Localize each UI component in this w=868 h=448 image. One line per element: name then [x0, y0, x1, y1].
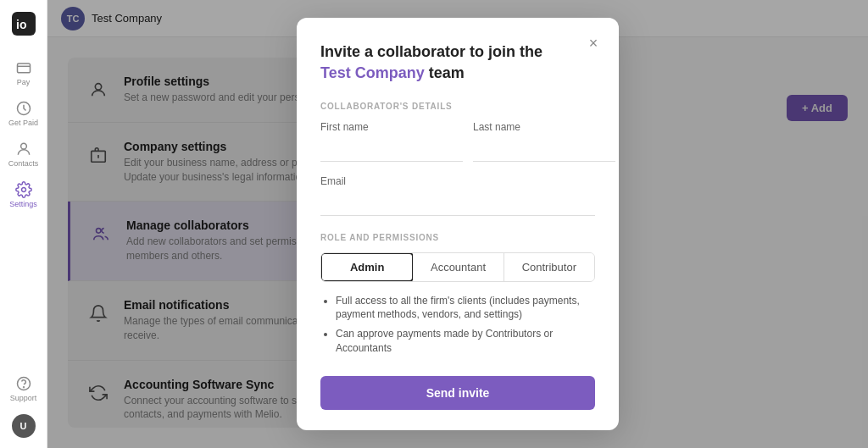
sidebar-item-get-paid[interactable]: Get Paid — [3, 95, 44, 132]
svg-text:io: io — [16, 18, 26, 31]
svg-rect-2 — [17, 64, 30, 73]
email-label: Email — [320, 175, 595, 187]
svg-point-6 — [21, 188, 25, 192]
role-buttons-group: Admin Accountant Contributor — [320, 252, 595, 282]
last-name-field: Last name — [473, 121, 615, 162]
role-contributor-button[interactable]: Contributor — [504, 253, 594, 281]
svg-point-8 — [23, 387, 24, 388]
role-admin-button[interactable]: Admin — [320, 252, 414, 282]
sidebar-item-settings[interactable]: Settings — [3, 176, 44, 213]
permission-item-0: Full access to all the firm's clients (i… — [336, 294, 595, 323]
invite-collaborator-modal: × Invite a collaborator to join the Test… — [297, 18, 619, 430]
last-name-label: Last name — [473, 121, 615, 133]
svg-point-5 — [20, 143, 26, 149]
role-accountant-button[interactable]: Accountant — [413, 253, 504, 281]
email-input[interactable] — [320, 192, 595, 216]
name-row: First name Last name — [320, 121, 595, 162]
last-name-input[interactable] — [473, 138, 615, 162]
sidebar-item-pay[interactable]: Pay — [3, 54, 44, 91]
email-row: Email — [320, 175, 595, 216]
sidebar: io Pay Get Paid Contacts Settings — [0, 0, 47, 448]
sidebar-bottom: Support U — [3, 370, 44, 448]
permission-item-1: Can approve payments made by Contributor… — [336, 327, 595, 356]
sidebar-item-support[interactable]: Support — [3, 370, 44, 407]
modal-overlay: × Invite a collaborator to join the Test… — [47, 0, 868, 448]
send-invite-button[interactable]: Send invite — [320, 376, 595, 410]
sidebar-item-contacts[interactable]: Contacts — [3, 136, 44, 173]
first-name-input[interactable] — [320, 138, 463, 162]
modal-title: Invite a collaborator to join the Test C… — [320, 41, 595, 84]
app-logo: io — [10, 10, 37, 37]
collaborator-details-header: COLLABORATOR'S DETAILS — [320, 102, 595, 111]
permissions-list: Full access to all the firm's clients (i… — [320, 294, 595, 356]
user-avatar[interactable]: U — [12, 414, 36, 438]
modal-close-button[interactable]: × — [581, 31, 605, 55]
first-name-field: First name — [320, 121, 463, 162]
role-section: ROLE AND PERMISSIONS Admin Accountant Co… — [320, 233, 595, 356]
first-name-label: First name — [320, 121, 463, 133]
main-content: TC Test Company Profile settings Set a n… — [47, 0, 868, 448]
email-field: Email — [320, 175, 595, 216]
role-permissions-header: ROLE AND PERMISSIONS — [320, 233, 595, 242]
